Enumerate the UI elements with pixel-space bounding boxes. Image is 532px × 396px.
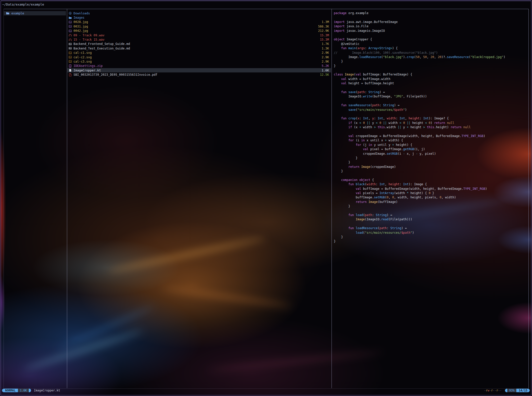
code-line: fun load(path: String) =: [334, 213, 528, 217]
file-row[interactable]: 0031.jpg586.3K: [67, 24, 331, 29]
file-name: 0031.jpg: [73, 25, 318, 28]
code-line: fun saveResource(path: String) =: [334, 103, 528, 108]
image-icon: [69, 20, 72, 24]
code-line: val height = buffImage.height: [334, 81, 528, 86]
markdown-icon: [69, 47, 72, 50]
code-line: load("src/main/resources/$path"): [334, 231, 528, 235]
parent-dir-item[interactable]: example: [4, 11, 66, 15]
image-icon: [69, 29, 72, 33]
code-line: [334, 112, 528, 116]
code-line: }: [334, 64, 528, 68]
zip-icon: [69, 64, 72, 68]
file-name: Backend_Frontend_Setup_Guide.md: [73, 42, 322, 46]
file-size: 1.7K: [322, 42, 329, 46]
code-line: return Image(buffImage): [334, 200, 528, 204]
file-row[interactable]: 15 - Track 15.wav15.3M: [67, 37, 331, 42]
code-line: object ImageCropper {: [334, 37, 528, 42]
code-line: }: [334, 204, 528, 208]
file-name: 0028.jpg: [73, 20, 322, 24]
code-line: import java.io.File: [334, 24, 528, 29]
file-size: 5.2K: [322, 64, 329, 68]
code-line: // Image.black(100, 100).saveResource("b…: [334, 51, 528, 55]
folder-icon: [6, 12, 9, 15]
file-row[interactable]: 09 - Track 09.wav15.3M: [67, 33, 331, 37]
code-line: fun black(width: Int, height: Int): Imag…: [334, 182, 528, 187]
markdown-icon: [69, 42, 72, 46]
file-name: cal-c3.svg: [73, 60, 322, 63]
powerline-cap-icon: [29, 389, 31, 392]
cwd-path: ~/Data/example/example: [2, 3, 44, 6]
file-row[interactable]: ImageCropper.kt1.6K: [67, 68, 331, 72]
code-line: [334, 209, 528, 213]
file-name: cal-c2.svg: [73, 56, 322, 59]
file-row[interactable]: Downloads: [67, 11, 331, 15]
permission-char: -: [495, 389, 496, 392]
panel-divider-right: [332, 9, 332, 388]
image-icon: [69, 25, 72, 28]
file-name: cal-c1.svg: [73, 51, 322, 55]
file-row[interactable]: IDEAsettings.zip5.2K: [67, 64, 331, 68]
code-line: [334, 222, 528, 226]
file-name: SBI_0032013739_2023_DE05_0003155631Invoi…: [73, 73, 320, 76]
mode-badge: NORMAL: [2, 389, 18, 392]
permission-char: r: [496, 389, 498, 392]
permission-char: -: [493, 389, 495, 392]
svg-image-icon: [69, 51, 72, 55]
file-row[interactable]: 0042.jpg212.9K: [67, 29, 331, 33]
code-line: @JvmStatic: [334, 42, 528, 46]
code-line: val width = buffImage.width: [334, 77, 528, 81]
file-list-panel: DownloadsImages0028.jpg1.3M0031.jpg586.3…: [67, 11, 331, 77]
code-line: import java.awt.image.BufferedImage: [334, 20, 528, 24]
file-row[interactable]: cal-c2.svg2.9K: [67, 55, 331, 59]
file-row[interactable]: cal-c3.svg2.9K: [67, 59, 331, 64]
code-line: [334, 99, 528, 103]
code-line: save("src/main/resources/$path"): [334, 108, 528, 112]
file-row[interactable]: SBI_0032013739_2023_DE05_0003155631Invoi…: [67, 72, 331, 77]
code-line: val croppedImage = BufferedImage(width, …: [334, 134, 528, 138]
file-size: 586.3K: [318, 25, 329, 28]
file-size: 212.9K: [318, 29, 329, 33]
code-line: ImageIO.write(buffImage, "JPG", File(pat…: [334, 94, 528, 99]
file-row[interactable]: Images: [67, 15, 331, 20]
code-line: [334, 130, 528, 134]
scroll-percent: 93%: [507, 389, 517, 392]
folder-icon: [69, 16, 72, 19]
code-line: }: [334, 156, 528, 160]
download-circle-icon: [69, 12, 72, 15]
status-file-name: ImageCropper.kt: [34, 389, 60, 392]
file-row[interactable]: Backend_Frontend_Setup_Guide.md1.7K: [67, 42, 331, 46]
preview-pane[interactable]: package org.example import java.awt.imag…: [334, 11, 528, 244]
code-file-icon: [69, 69, 72, 72]
svg-image-icon: [69, 56, 72, 59]
file-name: Backend_Test_Execution_Guide.md: [73, 47, 322, 50]
code-line: Image(ImageIO.read(File(path))): [334, 217, 528, 222]
file-name: IDEAsettings.zip: [73, 64, 322, 68]
code-line: if (x < 0 || y < 0 || width < 0 || heigh…: [334, 121, 528, 125]
code-line: if (x + width > this.width || y + height…: [334, 125, 528, 129]
code-line: val pixels = IntArray(width * height) { …: [334, 191, 528, 195]
code-line: val buffImage = BufferedImage(width, hei…: [334, 187, 528, 191]
permission-char: -: [498, 389, 500, 392]
file-row[interactable]: cal-c1.svg2.9K: [67, 51, 331, 55]
status-right-cluster: -rw-r--r--93%14/15: [484, 389, 530, 392]
code-line: fun loadResource(path: String) =: [334, 226, 528, 230]
file-row[interactable]: 0028.jpg1.3M: [67, 20, 331, 24]
code-line: }: [334, 59, 528, 64]
code-line: croppedImage.setRGB(i - x, j - y, pixel): [334, 152, 528, 156]
status-left-cluster: NORMAL1.6K ImageCropper.kt: [2, 389, 60, 392]
file-name: 15 - Track 15.wav: [73, 38, 320, 41]
permission-char: w: [488, 389, 489, 392]
permissions-text: -rw-r--r--: [484, 389, 501, 392]
pdf-icon: [69, 73, 72, 76]
file-row[interactable]: Backend_Test_Execution_Guide.md1.3K: [67, 46, 331, 50]
parent-directory-panel: example: [4, 11, 66, 15]
code-line: package org.example: [334, 11, 528, 15]
audio-icon: [69, 38, 72, 41]
permission-char: -: [500, 389, 502, 392]
code-line: val pixel = buffImage.getRGB(i, j): [334, 147, 528, 151]
code-line: }: [334, 235, 528, 239]
file-name: ImageCropper.kt: [73, 69, 322, 72]
file-size: 1.6K: [322, 69, 329, 72]
permission-char: -: [489, 389, 491, 392]
code-line: }: [334, 239, 528, 244]
